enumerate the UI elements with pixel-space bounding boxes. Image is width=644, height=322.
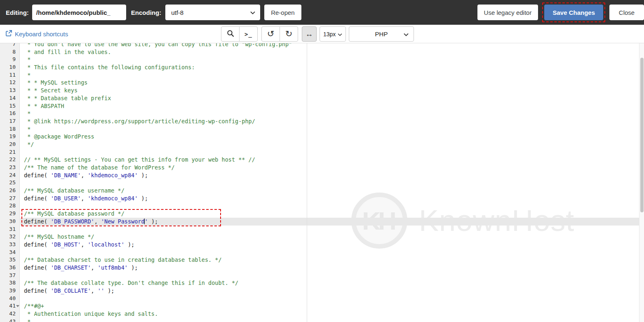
line-number[interactable]: 36: [0, 264, 20, 272]
code-line[interactable]: define( 'DB_HOST', 'localhost' );: [20, 241, 644, 249]
line-number[interactable]: 34: [0, 249, 20, 256]
code-line[interactable]: [20, 148, 644, 156]
code-comment: /**#@+: [24, 303, 44, 309]
line-number[interactable]: 26: [0, 187, 20, 195]
file-path-input[interactable]: [32, 5, 126, 20]
code-line[interactable]: * * MySQL settings: [20, 79, 644, 87]
code-line[interactable]: /** MySQL database username */: [20, 187, 644, 195]
line-number[interactable]: 39: [0, 287, 20, 295]
line-number[interactable]: 35: [0, 256, 20, 264]
line-number[interactable]: 43: [0, 318, 20, 322]
code-line[interactable]: [20, 295, 644, 303]
code-line[interactable]: /** The name of the database for WordPre…: [20, 164, 644, 172]
line-number[interactable]: 22: [0, 156, 20, 164]
file-editor-window: Editing: Encoding: utf-8 Re-open Use leg…: [0, 0, 644, 322]
code-string: 'DB_HOST': [51, 241, 81, 248]
code-line[interactable]: [20, 202, 644, 210]
line-number[interactable]: 12: [0, 79, 20, 87]
code-line[interactable]: [20, 249, 644, 256]
undo-button[interactable]: ↺: [261, 26, 280, 42]
fold-arrow-icon[interactable]: [16, 305, 19, 307]
code-line[interactable]: *: [20, 125, 644, 133]
line-number[interactable]: 41: [0, 302, 20, 310]
line-number[interactable]: 38: [0, 279, 20, 287]
code-line[interactable]: /** MySQL hostname */: [20, 233, 644, 241]
code-line[interactable]: */: [20, 141, 644, 148]
code-line[interactable]: * @package WordPress: [20, 133, 644, 141]
line-number[interactable]: 14: [0, 94, 20, 102]
line-number[interactable]: 13: [0, 87, 20, 94]
line-number[interactable]: 28: [0, 202, 20, 210]
search-button[interactable]: [221, 26, 240, 42]
line-number[interactable]: 8: [0, 48, 20, 56]
vertical-scrollbar[interactable]: [639, 43, 644, 322]
line-number[interactable]: 33: [0, 241, 20, 249]
code-line[interactable]: *: [20, 56, 644, 63]
code-text: ,: [81, 195, 87, 202]
code-line[interactable]: /**#@+: [20, 302, 644, 310]
line-number[interactable]: 19: [0, 133, 20, 141]
code-line[interactable]: * @link https://wordpress.org/support/ar…: [20, 118, 644, 125]
code-line[interactable]: *: [20, 318, 644, 322]
code-line[interactable]: * You don't have to use the web site, yo…: [20, 43, 644, 48]
line-number[interactable]: 24: [0, 172, 20, 179]
code-line[interactable]: * and fill in the values.: [20, 48, 644, 56]
code-line[interactable]: [20, 179, 644, 187]
keyboard-shortcuts-link[interactable]: Keyboard shortcuts: [6, 30, 68, 38]
code-line[interactable]: define( 'DB_CHARSET', 'utf8mb4' );: [20, 264, 644, 272]
code-line[interactable]: * * Secret keys: [20, 87, 644, 94]
line-number[interactable]: 11: [0, 71, 20, 79]
goto-line-button[interactable]: >_: [239, 26, 258, 42]
code-line[interactable]: * Authentication unique keys and salts.: [20, 310, 644, 318]
line-number[interactable]: 37: [0, 272, 20, 280]
code-line[interactable]: *: [20, 110, 644, 118]
encoding-select[interactable]: utf-8: [165, 5, 260, 20]
line-number[interactable]: 10: [0, 63, 20, 71]
code-string: 'DB_NAME': [51, 172, 81, 179]
code-line[interactable]: * This file contains the following confi…: [20, 63, 644, 71]
line-number[interactable]: 32: [0, 233, 20, 241]
code-editor[interactable]: KH KnownHost 789101112131415161718192021…: [0, 43, 644, 322]
line-number[interactable]: 30: [0, 218, 20, 226]
close-button[interactable]: Close: [609, 5, 644, 20]
code-line[interactable]: define( 'DB_PASSWORD', 'New Password' );: [20, 218, 644, 226]
code-comment: /** Database charset to use in creating …: [24, 256, 222, 263]
code-line[interactable]: /** MySQL database password */: [20, 210, 644, 218]
code-line[interactable]: define( 'DB_COLLATE', '' );: [20, 287, 644, 295]
line-number[interactable]: 42: [0, 310, 20, 318]
line-number[interactable]: 7: [0, 43, 20, 48]
redo-button[interactable]: ↻: [280, 26, 298, 42]
code-comment: * @link https://wordpress.org/support/ar…: [24, 118, 255, 125]
line-number[interactable]: 31: [0, 226, 20, 233]
line-number[interactable]: 21: [0, 148, 20, 156]
line-number[interactable]: 40: [0, 295, 20, 303]
font-size-select[interactable]: 13px: [320, 26, 346, 42]
code-line[interactable]: /** The database collate type. Don't cha…: [20, 279, 644, 287]
reopen-button[interactable]: Re-open: [264, 5, 301, 20]
code-line[interactable]: /** Database charset to use in creating …: [20, 256, 644, 264]
code-line[interactable]: [20, 272, 644, 280]
syntax-mode-select[interactable]: PHP: [349, 26, 414, 42]
line-number[interactable]: 17: [0, 118, 20, 125]
line-number[interactable]: 16: [0, 110, 20, 118]
line-number[interactable]: 23: [0, 164, 20, 172]
code-line[interactable]: [20, 226, 644, 233]
code-line[interactable]: *: [20, 71, 644, 79]
code-comment: /** The database collate type. Don't cha…: [24, 280, 238, 286]
line-number[interactable]: 9: [0, 56, 20, 63]
code-line[interactable]: define( 'DB_USER', 'khdemoco_wp84' );: [20, 195, 644, 202]
line-number[interactable]: 25: [0, 179, 20, 187]
code-line[interactable]: define( 'DB_NAME', 'khdemoco_wp84' );: [20, 172, 644, 179]
line-number[interactable]: 18: [0, 125, 20, 133]
line-number[interactable]: 29: [0, 210, 20, 218]
word-wrap-toggle-button[interactable]: ↔: [302, 26, 317, 42]
scrollbar-thumb[interactable]: [640, 58, 644, 212]
line-number[interactable]: 27: [0, 195, 20, 202]
line-number[interactable]: 15: [0, 102, 20, 110]
code-line[interactable]: * * Database table prefix: [20, 94, 644, 102]
code-line[interactable]: * * ABSPATH: [20, 102, 644, 110]
save-changes-button[interactable]: Save Changes: [544, 5, 603, 20]
code-line[interactable]: // ** MySQL settings - You can get this …: [20, 156, 644, 164]
use-legacy-editor-button[interactable]: Use legacy editor: [477, 5, 538, 20]
line-number[interactable]: 20: [0, 141, 20, 148]
